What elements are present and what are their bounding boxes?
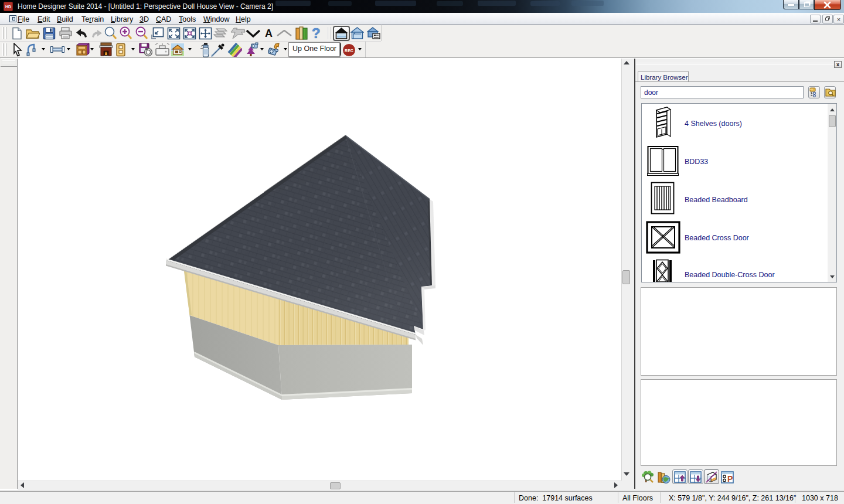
svg-text:P: P xyxy=(727,474,733,483)
svg-text:REC: REC xyxy=(345,49,353,53)
